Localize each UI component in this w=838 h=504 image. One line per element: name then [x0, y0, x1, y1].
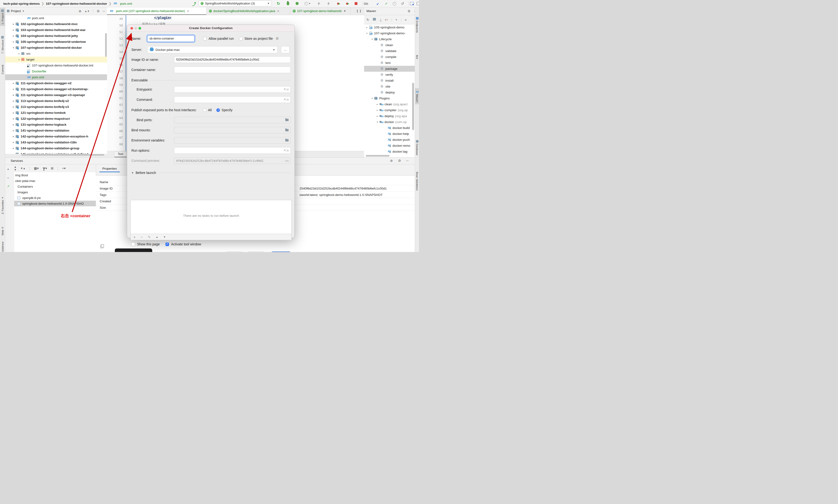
move-up-icon[interactable]: ▲: [156, 236, 158, 238]
maven-tree-item[interactable]: ▾ 107-springboot-demo-: [364, 30, 415, 36]
tree-item[interactable]: ▸ 141-springboot-demo-validation: [5, 128, 107, 133]
run-icon[interactable]: ↻: [275, 1, 281, 6]
maven-vertical-scrollbar[interactable]: [412, 83, 414, 130]
expander[interactable]: ▸: [12, 23, 15, 25]
tree-item[interactable]: ▸ 103-springboot-demo-helloworld-build-w…: [5, 27, 107, 33]
gear-icon[interactable]: ⚙: [97, 9, 100, 13]
expander[interactable]: ▸: [12, 141, 15, 144]
expander[interactable]: ▾: [370, 97, 374, 100]
close-traffic-light[interactable]: [130, 27, 133, 30]
tree-item[interactable]: ▾ 107-springboot-demo-helloworld-docker: [5, 45, 107, 51]
maven-tree-item[interactable]: package: [364, 66, 415, 72]
sync-all-icon[interactable]: [373, 18, 377, 22]
undo-icon[interactable]: ↺: [399, 1, 405, 6]
stripe-tab-maven[interactable]: m Maven: [415, 88, 419, 104]
maven-tree-item[interactable]: site: [364, 84, 415, 89]
close-icon[interactable]: ✕: [187, 10, 189, 13]
collapse-all-icon[interactable]: ▲▼: [85, 10, 90, 13]
refresh-icon[interactable]: ↻: [367, 18, 369, 21]
expander[interactable]: ▸: [12, 111, 15, 114]
terminal-icon[interactable]: [416, 1, 419, 6]
project-panel-title[interactable]: Project: [11, 9, 21, 13]
entrypoint-input[interactable]: ⇱⇲: [174, 86, 291, 93]
project-vertical-scrollbar[interactable]: [105, 33, 107, 57]
stripe-tab-structure[interactable]: 7: Structure: [0, 35, 5, 55]
allow-parallel-checkbox[interactable]: [203, 37, 207, 40]
show-this-page-checkbox[interactable]: [131, 242, 135, 246]
chevron-down-icon[interactable]: ▼: [22, 10, 24, 12]
bind-ports-input[interactable]: [174, 116, 291, 123]
tab-text-view[interactable]: Text: [114, 151, 127, 157]
expander[interactable]: ▸: [12, 129, 15, 132]
copy-icon[interactable]: [100, 245, 103, 248]
stripe-tab-favorites[interactable]: ★ 2: Favorites: [0, 195, 5, 216]
locate-target-icon[interactable]: ⊕: [78, 9, 82, 13]
maven-tree-item[interactable]: ▾ Lifecycle: [364, 36, 415, 42]
more-icon[interactable]: »: [405, 18, 407, 21]
gear-icon[interactable]: ⚙: [398, 159, 401, 163]
activate-tool-window-checkbox[interactable]: [165, 242, 169, 246]
add-task-icon[interactable]: +: [133, 235, 136, 239]
maven-tree-item[interactable]: validate: [364, 48, 415, 54]
maven-tree-item[interactable]: clean: [364, 42, 415, 48]
tree-item[interactable]: ▸ 113-springboot-demo-knife4j-v2: [5, 98, 107, 104]
chevron-down-icon[interactable]: ▼: [344, 10, 346, 12]
server-browse-button[interactable]: ...: [281, 46, 289, 53]
maven-tree-item[interactable]: ▾ docker (com.sp: [364, 119, 415, 125]
image-id-input[interactable]: [174, 56, 291, 63]
project-structure-icon[interactable]: [409, 1, 415, 6]
tree-item[interactable]: ▸ 143-springboot-demo-validation-i18n: [5, 139, 107, 145]
profiler-icon[interactable]: ▼: [303, 1, 311, 6]
group-by-icon[interactable]: ▦▾: [34, 166, 39, 170]
expander[interactable]: ▸: [12, 82, 15, 85]
maven-tree-item[interactable]: docker:tag: [364, 149, 415, 155]
git-commit-icon[interactable]: ✓: [384, 1, 389, 6]
service-tree-item[interactable]: Containers: [14, 184, 96, 189]
maven-tree-item[interactable]: compile: [364, 54, 415, 60]
maven-tree-item[interactable]: test: [364, 60, 415, 66]
tree-item[interactable]: ▸ 111-springboot-demo-swagger-v3-openapi: [5, 92, 107, 98]
stripe-tab-bean-validation[interactable]: Bean Validation: [415, 170, 419, 192]
name-input[interactable]: [147, 35, 195, 42]
maven-tree-item[interactable]: verify: [364, 72, 415, 78]
expander[interactable]: ▸: [12, 94, 15, 96]
expander[interactable]: ▾: [365, 32, 369, 35]
service-tree-item[interactable]: ring Boot: [14, 172, 96, 178]
debug-icon[interactable]: [285, 1, 291, 6]
coverage-icon[interactable]: [294, 1, 300, 6]
service-tree-item[interactable]: springboot-demo-helloworld:1.0-SNAPSHO: [14, 201, 96, 206]
command-input[interactable]: ⇱⇲: [174, 96, 291, 103]
breadcrumb-item[interactable]: tech-pdai-spring-demos ❯: [3, 2, 44, 5]
maven-tree-item[interactable]: install: [364, 78, 415, 84]
expander[interactable]: ▸: [375, 115, 379, 118]
rerun-failed-tests-icon[interactable]: [335, 1, 341, 6]
collapse-section-icon[interactable]: ▼: [131, 172, 134, 174]
move-down-icon[interactable]: ▼: [163, 236, 166, 238]
remove-task-icon[interactable]: −: [141, 235, 143, 239]
tab-pom-xml[interactable]: pom.xml (107-springboot-demo-helloworld-…: [107, 7, 207, 15]
tree-item[interactable]: ▸ 131-springboot-demo-logback: [5, 122, 107, 128]
maven-tree-item[interactable]: ▸ clean (org.apacl: [364, 101, 415, 107]
maven-tree-item[interactable]: docker:push: [364, 137, 415, 143]
tab-properties[interactable]: Properties: [100, 165, 120, 172]
tree-item[interactable]: Dockerfile: [5, 68, 107, 74]
expander[interactable]: ▸: [375, 103, 379, 106]
add-icon[interactable]: +: [395, 18, 397, 21]
toggle-versions-icon[interactable]: v.×: [385, 18, 388, 21]
maven-horizontal-scrollbar[interactable]: [366, 155, 389, 157]
maven-tree-item[interactable]: docker:help: [364, 131, 415, 137]
add-service-icon[interactable]: +: [7, 167, 9, 171]
tree-item[interactable]: ▸ 142-springboot-demo-validation-excepti…: [5, 133, 107, 139]
expand-field-icon[interactable]: ⇱⇲: [285, 159, 289, 162]
maven-tree-item[interactable]: ▾ Plugins: [364, 95, 415, 101]
tab-application-java[interactable]: docker/SpringBootHelloWorldApplication.j…: [207, 7, 290, 15]
stripe-tab-commit[interactable]: Commit: [0, 64, 5, 76]
tab-helloworld[interactable]: 107-springboot-demo-helloworld- ▼: [290, 7, 350, 15]
bind-mounts-input[interactable]: [174, 127, 291, 133]
collapse-all-icon[interactable]: ▼▲: [20, 167, 25, 170]
expander[interactable]: ▾: [375, 121, 379, 123]
store-project-checkbox[interactable]: [239, 37, 243, 40]
add-frame-icon[interactable]: ⊞: [51, 166, 54, 170]
expander[interactable]: ▸: [12, 35, 15, 37]
maven-tree-item[interactable]: ▸ compiler (org.ap: [364, 107, 415, 113]
